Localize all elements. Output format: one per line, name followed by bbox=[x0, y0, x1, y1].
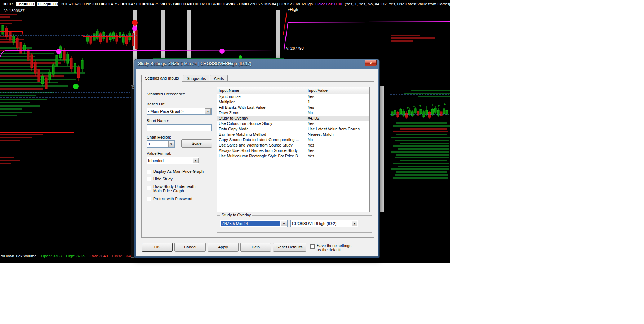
tab-alerts[interactable]: Alerts bbox=[210, 75, 227, 81]
hide-study-checkbox[interactable] bbox=[147, 177, 151, 181]
chevron-down-icon[interactable]: ▼ bbox=[352, 221, 357, 226]
chart-region-value: 1 bbox=[148, 141, 168, 147]
input-row[interactable]: Study to Overlay#4.ID2 bbox=[217, 116, 369, 121]
input-value-cell: Yes bbox=[306, 94, 369, 99]
dialog-tabs: Settings and Inputs Subgraphs Alerts bbox=[141, 75, 228, 81]
chart-region-dropdown[interactable]: 1 ▼ bbox=[147, 140, 175, 148]
high-value: High: 3765 bbox=[66, 254, 85, 258]
ok-button[interactable]: OK bbox=[142, 243, 173, 252]
input-name-cell: Copy Source Data to Latest Corresponding… bbox=[217, 137, 306, 143]
input-row[interactable]: Use Colors from Source StudyYes bbox=[217, 121, 369, 126]
draw-underneath-checkbox[interactable] bbox=[147, 186, 151, 190]
input-value-cell: Yes bbox=[306, 153, 369, 159]
input-name-cell: Use Multicolumn Rectangle Style For Pric… bbox=[217, 153, 306, 159]
reset-defaults-button[interactable]: Reset Defaults bbox=[273, 243, 306, 252]
background-window-scrollbar[interactable] bbox=[379, 86, 384, 212]
input-name-cell: Always Use Short Names from Source Study bbox=[217, 148, 306, 153]
input-value-cell: Yes bbox=[306, 105, 369, 110]
close-icon[interactable]: x bbox=[365, 60, 377, 66]
help-button[interactable]: Help bbox=[240, 243, 271, 252]
save-default-row: Save these settings as the default bbox=[310, 243, 351, 252]
tab-settings-and-inputs[interactable]: Settings and Inputs bbox=[141, 75, 182, 82]
input-row[interactable]: Use Multicolumn Rectangle Style For Pric… bbox=[217, 153, 369, 159]
draw-underneath-label-line1: Draw Study Underneath bbox=[153, 184, 195, 189]
input-row[interactable]: Copy Source Data to Latest Corresponding… bbox=[217, 137, 369, 143]
input-row[interactable]: Use Styles and Widths from Source StudyY… bbox=[217, 143, 369, 148]
change-value: Chg=0.00 bbox=[16, 2, 35, 6]
inputs-table-header: Input Name Input Value bbox=[217, 87, 369, 94]
input-row[interactable]: Always Use Short Names from Source Study… bbox=[217, 148, 369, 153]
input-name-cell: Draw Zeros bbox=[217, 110, 306, 116]
study-status-bar: o/Down Tick Volume Open: 3763 High: 3765… bbox=[1, 254, 147, 258]
open-value: Open: 3763 bbox=[41, 254, 62, 258]
dialog-body: Settings and Inputs Subgraphs Alerts Sta… bbox=[136, 69, 378, 257]
study-to-overlay-group-label: Study to Overlay bbox=[220, 213, 252, 217]
based-on-dropdown[interactable]: <Main Price Graph> ▼ bbox=[147, 108, 212, 115]
input-name-header[interactable]: Input Name bbox=[217, 87, 306, 94]
protect-password-label: Protect with Password bbox=[153, 197, 192, 201]
draw-underneath-label: Draw Study Underneath Main Price Graph bbox=[153, 184, 195, 193]
input-name-cell: Synchronize bbox=[217, 94, 306, 99]
input-name-cell: Use Colors from Source Study bbox=[217, 121, 306, 126]
study-inputs-summary: (Yes, 1, Yes, No, #4.ID2, Yes, Use Lates… bbox=[345, 2, 450, 6]
scale-button[interactable]: Scale bbox=[181, 139, 212, 148]
ohlc-info: 2015-10-22 00:05:00 H=2014.75 L=2014.50 … bbox=[61, 2, 313, 6]
value-format-label: Value Format: bbox=[147, 151, 171, 156]
tab-subgraphs[interactable]: Subgraphs bbox=[183, 75, 209, 81]
input-row[interactable]: Fill Blanks With Last ValueYes bbox=[217, 105, 369, 110]
dialog-title: Study Settings: ZNZ5 5 Min #4 | CROSSOVE… bbox=[138, 61, 252, 66]
color-bar-value: Color Bar: 0.00 bbox=[315, 2, 342, 6]
chevron-down-icon[interactable]: ▼ bbox=[168, 141, 174, 147]
settings-pane: Standard Precedence Based On: <Main Pric… bbox=[141, 81, 374, 238]
overlay-study-dropdown[interactable]: CROSSOVERHigh (ID:2) ▼ bbox=[290, 220, 358, 227]
protect-password-row: Protect with Password bbox=[147, 197, 192, 201]
low-value: Low: 3640 bbox=[89, 254, 108, 258]
study-settings-dialog: Study Settings: ZNZ5 5 Min #4 | CROSSOVE… bbox=[134, 59, 379, 258]
chevron-down-icon[interactable]: ▼ bbox=[281, 221, 287, 226]
trades-count: T=107 bbox=[2, 2, 13, 6]
chevron-down-icon[interactable]: ▼ bbox=[205, 108, 211, 114]
hide-study-row: Hide Study bbox=[147, 177, 173, 181]
save-default-label: Save these settings as the default bbox=[317, 243, 351, 252]
draw-underneath-label-line2: Main Price Graph bbox=[153, 189, 195, 193]
display-as-main-price-graph-checkbox[interactable] bbox=[147, 170, 151, 174]
input-value-header[interactable]: Input Value bbox=[306, 87, 369, 94]
protect-password-checkbox[interactable] bbox=[147, 197, 151, 201]
input-row[interactable]: Multiplier1 bbox=[217, 99, 369, 105]
input-name-cell: Fill Blanks With Last Value bbox=[217, 105, 306, 110]
study-to-overlay-group: Study to Overlay ZNZ5 5 Min #4 ▼ CROSSOV… bbox=[217, 215, 372, 233]
input-name-cell: Multiplier bbox=[217, 99, 306, 105]
input-value-cell: Yes bbox=[306, 121, 369, 126]
overlay-symbol-dropdown[interactable]: ZNZ5 5 Min #4 ▼ bbox=[220, 220, 288, 227]
chevron-down-icon[interactable]: ▼ bbox=[193, 158, 199, 163]
input-value-cell: 1 bbox=[306, 99, 369, 105]
short-name-label: Short Name: bbox=[147, 118, 169, 123]
overlay-study-value: CROSSOVERHigh (ID:2) bbox=[292, 221, 351, 226]
display-as-main-price-graph-label: Display As Main Price Graph bbox=[153, 169, 204, 174]
input-value-cell: Use Latest Value from Corres... bbox=[306, 126, 369, 132]
cancel-button[interactable]: Cancel bbox=[174, 243, 206, 252]
input-row[interactable]: Draw ZerosNo bbox=[217, 110, 369, 116]
short-name-input[interactable] bbox=[147, 124, 212, 131]
screen: T=107 Chg=0.00 DChg=0.00 2015-10-22 00:0… bbox=[0, 0, 644, 324]
chart-info-bar: T=107 Chg=0.00 DChg=0.00 2015-10-22 00:0… bbox=[0, 0, 450, 8]
volume-label: V: 1390687 bbox=[4, 9, 25, 13]
save-default-checkbox[interactable] bbox=[310, 244, 315, 249]
save-default-label-line2: as the default bbox=[317, 248, 351, 252]
chart-region-label: Chart Region: bbox=[147, 135, 171, 139]
input-value-cell: Yes bbox=[306, 143, 369, 148]
input-row[interactable]: Bar Time Matching MethodNearest Match bbox=[217, 132, 369, 137]
inputs-table-rows: SynchronizeYesMultiplier1Fill Blanks Wit… bbox=[217, 94, 369, 159]
overlay-symbol-value: ZNZ5 5 Min #4 bbox=[221, 221, 280, 226]
input-value-cell: No bbox=[306, 137, 369, 143]
save-default-label-line1: Save these settings bbox=[317, 243, 351, 248]
input-name-cell: Study to Overlay bbox=[217, 116, 306, 121]
input-row[interactable]: Data Copy ModeUse Latest Value from Corr… bbox=[217, 126, 369, 132]
daily-change-value: DChg=0.00 bbox=[37, 2, 59, 6]
value-format-dropdown[interactable]: Inherited ▼ bbox=[147, 157, 199, 164]
draw-underneath-row: Draw Study Underneath Main Price Graph bbox=[147, 184, 195, 193]
input-row[interactable]: SynchronizeYes bbox=[217, 94, 369, 99]
vhigh-label: vHigh bbox=[288, 7, 298, 12]
apply-button[interactable]: Apply bbox=[208, 243, 239, 252]
hide-study-label: Hide Study bbox=[153, 177, 173, 181]
